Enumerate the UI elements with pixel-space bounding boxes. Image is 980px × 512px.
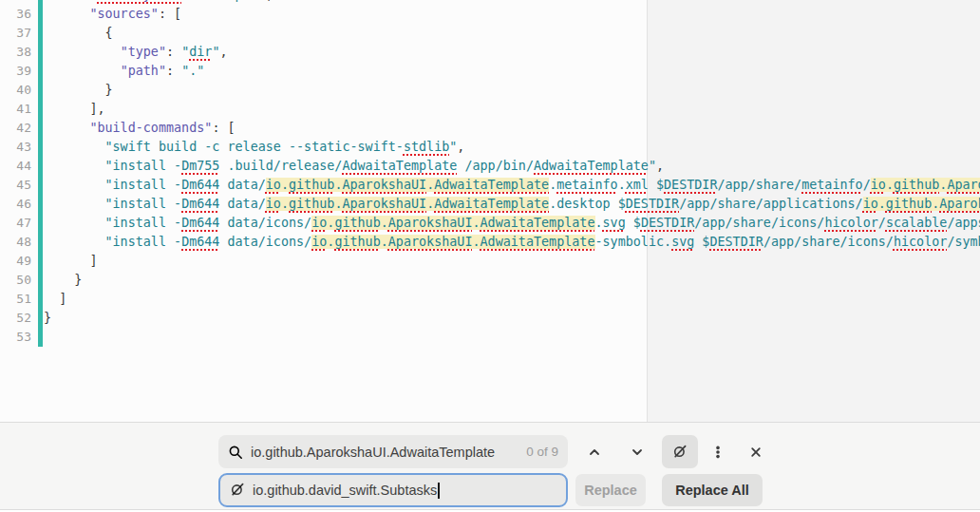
- changed-line-indicator: [38, 195, 43, 214]
- changed-line-indicator: [38, 271, 43, 290]
- code-text: "path": ".": [44, 62, 204, 81]
- code-line[interactable]: 52}: [0, 309, 980, 328]
- code-text: "install -Dm644 data/icons/io.github.Apa…: [44, 233, 980, 252]
- replace-all-button[interactable]: Replace All: [662, 474, 763, 506]
- changed-line-indicator: [38, 328, 43, 347]
- changed-line-indicator: [38, 62, 43, 81]
- changed-line-indicator: [38, 24, 43, 43]
- line-number: 37: [0, 24, 31, 43]
- menu-kebab-icon: [710, 445, 726, 460]
- search-replace-bar: io.github.AparokshaUI.AdwaitaTemplate 0 …: [0, 422, 980, 510]
- code-line[interactable]: 53: [0, 328, 980, 347]
- chevron-down-icon: [630, 445, 645, 460]
- app-window: 35 "buildsystem": "simple",36 "sources":…: [0, 0, 980, 512]
- changed-line-indicator: [38, 138, 43, 157]
- text-caret: [438, 483, 440, 499]
- line-number: 49: [0, 252, 31, 271]
- search-options-menu-button[interactable]: [700, 435, 736, 468]
- code-line[interactable]: 51 ]: [0, 290, 980, 309]
- code-line[interactable]: 42 "build-commands": [: [0, 119, 980, 138]
- code-line[interactable]: 36 "sources": [: [0, 5, 980, 24]
- line-number: 36: [0, 5, 31, 24]
- code-text: }: [44, 81, 113, 100]
- code-line[interactable]: 39 "path": ".": [0, 62, 980, 81]
- code-text: }: [44, 271, 82, 290]
- find-replace-icon: [672, 445, 688, 460]
- next-match-button[interactable]: [619, 435, 655, 468]
- code-text: ],: [44, 100, 105, 119]
- replace-input-value: io.github.david_swift.Subtasks: [253, 483, 437, 498]
- code-text: "install -Dm755 .build/release/AdwaitaTe…: [44, 157, 664, 176]
- line-number: 40: [0, 81, 31, 100]
- line-number: 53: [0, 328, 31, 347]
- changed-line-indicator: [38, 157, 43, 176]
- line-number: 43: [0, 138, 31, 157]
- line-number: 38: [0, 43, 31, 62]
- code-text: ]: [44, 290, 66, 309]
- changed-line-indicator: [38, 214, 43, 233]
- code-text: "install -Dm644 data/io.github.Aparoksha…: [44, 176, 980, 195]
- line-number: 46: [0, 195, 31, 214]
- code-text: }: [44, 309, 51, 328]
- code-text: {: [44, 24, 113, 43]
- line-number: 48: [0, 233, 31, 252]
- line-number: 45: [0, 176, 31, 195]
- code-line[interactable]: 47 "install -Dm644 data/icons/io.github.…: [0, 214, 980, 233]
- changed-line-indicator: [38, 233, 43, 252]
- code-lines: 35 "buildsystem": "simple",36 "sources":…: [0, 0, 980, 347]
- code-text: "type": "dir",: [44, 43, 228, 62]
- changed-line-indicator: [38, 43, 43, 62]
- code-line[interactable]: 43 "swift build -c release --static-swif…: [0, 138, 980, 157]
- chevron-up-icon: [587, 445, 602, 460]
- line-number: 47: [0, 214, 31, 233]
- line-number: 42: [0, 119, 31, 138]
- code-text: "build-commands": [: [44, 119, 236, 138]
- code-line[interactable]: 38 "type": "dir",: [0, 43, 980, 62]
- code-line[interactable]: 44 "install -Dm755 .build/release/Adwait…: [0, 157, 980, 176]
- previous-match-button[interactable]: [576, 435, 612, 468]
- code-text: "swift build -c release --static-swift-s…: [44, 138, 464, 157]
- code-text: "install -Dm644 data/icons/io.github.Apa…: [44, 214, 980, 233]
- changed-line-indicator: [38, 252, 43, 271]
- code-line[interactable]: 46 "install -Dm644 data/io.github.Aparok…: [0, 195, 980, 214]
- find-replace-icon: [230, 483, 245, 498]
- line-number: 39: [0, 62, 31, 81]
- replace-button[interactable]: Replace: [575, 474, 646, 506]
- code-line[interactable]: 45 "install -Dm644 data/io.github.Aparok…: [0, 176, 980, 195]
- search-input-value: io.github.AparokshaUI.AdwaitaTemplate: [251, 445, 495, 460]
- match-count: 0 of 9: [526, 445, 558, 459]
- search-input[interactable]: io.github.AparokshaUI.AdwaitaTemplate 0 …: [218, 435, 568, 468]
- code-editor[interactable]: 35 "buildsystem": "simple",36 "sources":…: [0, 0, 980, 422]
- line-number: 51: [0, 290, 31, 309]
- code-line[interactable]: 48 "install -Dm644 data/icons/io.github.…: [0, 233, 980, 252]
- changed-line-indicator: [38, 176, 43, 195]
- line-number: 44: [0, 157, 31, 176]
- close-search-button[interactable]: [738, 435, 774, 468]
- close-icon: [748, 445, 763, 460]
- replace-mode-toggle[interactable]: [662, 435, 698, 468]
- changed-line-indicator: [38, 309, 43, 328]
- code-line[interactable]: 40 }: [0, 81, 980, 100]
- line-number: 50: [0, 271, 31, 290]
- code-line[interactable]: 41 ],: [0, 100, 980, 119]
- changed-line-indicator: [38, 100, 43, 119]
- changed-line-indicator: [38, 290, 43, 309]
- code-text: ]: [44, 252, 97, 271]
- changed-line-indicator: [38, 119, 43, 138]
- code-line[interactable]: 50 }: [0, 271, 980, 290]
- line-number: 41: [0, 100, 31, 119]
- changed-line-indicator: [38, 81, 43, 100]
- code-line[interactable]: 49 ]: [0, 252, 980, 271]
- code-text: "sources": [: [44, 5, 181, 24]
- line-number: 52: [0, 309, 31, 328]
- code-line[interactable]: 37 {: [0, 24, 980, 43]
- search-icon: [228, 445, 243, 460]
- code-text: "install -Dm644 data/io.github.Aparoksha…: [44, 195, 980, 214]
- replace-input[interactable]: io.github.david_swift.Subtasks: [218, 473, 568, 507]
- changed-line-indicator: [38, 5, 43, 24]
